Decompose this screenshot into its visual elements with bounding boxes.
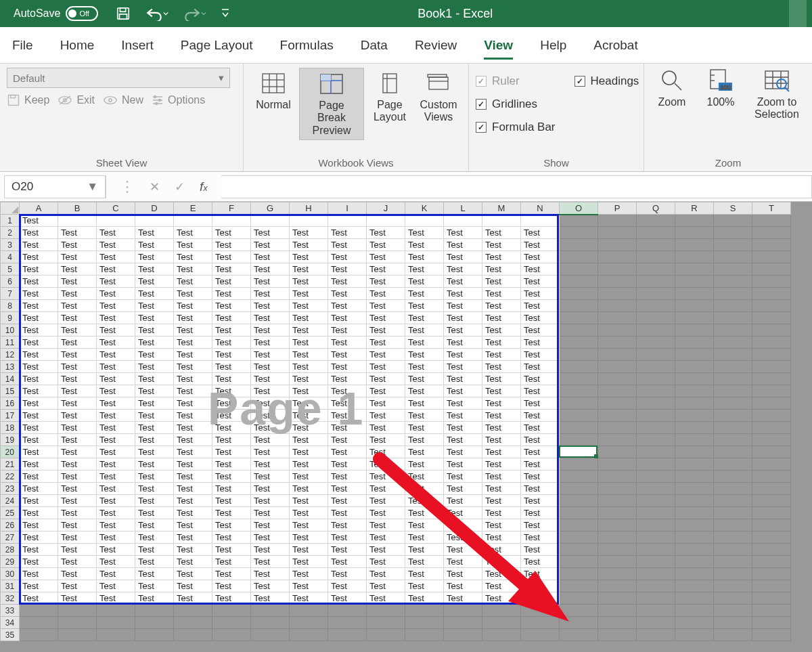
cell[interactable]: Test (97, 422, 135, 434)
cell[interactable]: Test (212, 288, 251, 300)
cell[interactable] (752, 397, 791, 410)
cell[interactable]: Test (482, 568, 521, 580)
cell[interactable] (174, 605, 212, 617)
cell[interactable]: Test (328, 458, 367, 471)
cell[interactable] (598, 531, 637, 544)
cell[interactable]: Test (290, 592, 328, 605)
cell[interactable] (637, 215, 675, 227)
cell[interactable]: Test (97, 592, 135, 605)
cell[interactable]: Test (58, 471, 97, 483)
cell[interactable] (714, 434, 752, 446)
cell[interactable] (560, 446, 598, 458)
cell[interactable] (212, 215, 251, 227)
cell[interactable]: Test (482, 495, 521, 507)
cell[interactable]: Test (367, 592, 405, 605)
cell[interactable] (714, 373, 752, 385)
cell[interactable] (675, 507, 714, 519)
cell[interactable]: Test (251, 507, 290, 519)
cell[interactable] (752, 239, 791, 251)
cell[interactable] (444, 629, 482, 641)
cell[interactable] (752, 580, 791, 592)
cell[interactable]: Test (290, 410, 328, 422)
cell[interactable]: Test (405, 483, 444, 495)
cell[interactable]: Test (521, 227, 560, 239)
cell[interactable] (752, 629, 791, 641)
cell[interactable]: Test (20, 544, 58, 556)
cell[interactable]: Test (290, 556, 328, 568)
cell[interactable]: Test (367, 276, 405, 288)
cell[interactable] (714, 324, 752, 336)
cell[interactable]: Test (20, 519, 58, 531)
cell[interactable]: Test (328, 483, 367, 495)
cell[interactable]: Test (405, 312, 444, 324)
cell[interactable] (714, 397, 752, 410)
cell[interactable]: Test (405, 422, 444, 434)
cell[interactable] (97, 215, 135, 227)
cell[interactable]: Test (251, 263, 290, 276)
cell[interactable]: Test (290, 288, 328, 300)
cell[interactable] (675, 263, 714, 276)
cell[interactable]: Test (521, 336, 560, 349)
cell[interactable]: Test (328, 519, 367, 531)
cell[interactable] (598, 592, 637, 605)
cell[interactable]: Test (521, 373, 560, 385)
cell[interactable]: Test (521, 471, 560, 483)
cell[interactable]: Test (521, 422, 560, 434)
cell[interactable]: Test (58, 276, 97, 288)
col-header-F[interactable]: F (212, 202, 251, 215)
cell[interactable] (521, 617, 560, 629)
cell[interactable]: Test (20, 263, 58, 276)
cell[interactable]: Test (482, 556, 521, 568)
cell[interactable]: Test (212, 410, 251, 422)
cell[interactable]: Test (405, 239, 444, 251)
cell[interactable]: Test (174, 300, 212, 312)
headings-checkbox[interactable]: Headings (574, 74, 639, 88)
cell[interactable]: Test (212, 568, 251, 580)
cell[interactable]: Test (290, 397, 328, 410)
row-header-7[interactable]: 7 (1, 288, 20, 300)
cell[interactable]: Test (444, 410, 482, 422)
cell[interactable]: Test (58, 300, 97, 312)
cell[interactable]: Test (290, 446, 328, 458)
cell[interactable] (752, 471, 791, 483)
cell[interactable] (714, 361, 752, 373)
cell[interactable]: Test (135, 312, 174, 324)
cell[interactable] (598, 629, 637, 641)
cell[interactable]: Test (482, 336, 521, 349)
cell[interactable] (752, 215, 791, 227)
cell[interactable] (328, 215, 367, 227)
cell[interactable]: Test (212, 239, 251, 251)
cell[interactable] (135, 617, 174, 629)
cell[interactable]: Test (444, 251, 482, 263)
cell[interactable] (714, 617, 752, 629)
cell[interactable] (752, 324, 791, 336)
cell[interactable] (752, 263, 791, 276)
cell[interactable] (560, 592, 598, 605)
cell[interactable]: Test (444, 397, 482, 410)
cell[interactable]: Test (521, 239, 560, 251)
cell[interactable]: Test (251, 495, 290, 507)
cell[interactable]: Test (135, 239, 174, 251)
cell[interactable]: Test (174, 276, 212, 288)
cell[interactable] (714, 446, 752, 458)
cell[interactable]: Test (174, 227, 212, 239)
cell[interactable]: Test (367, 531, 405, 544)
cell[interactable] (714, 251, 752, 263)
cell[interactable]: Test (135, 263, 174, 276)
cell[interactable]: Test (212, 324, 251, 336)
cell[interactable]: Test (482, 349, 521, 361)
cell[interactable] (560, 312, 598, 324)
cell[interactable]: Test (444, 446, 482, 458)
cell[interactable] (675, 312, 714, 324)
cell[interactable]: Test (521, 519, 560, 531)
cell[interactable] (637, 471, 675, 483)
cell[interactable]: Test (251, 276, 290, 288)
cell[interactable] (560, 251, 598, 263)
cell[interactable] (598, 336, 637, 349)
formula-input[interactable] (221, 175, 812, 198)
cell[interactable] (637, 519, 675, 531)
cell[interactable]: Test (251, 568, 290, 580)
cell[interactable]: Test (251, 422, 290, 434)
cell[interactable]: Test (97, 251, 135, 263)
page-layout-button[interactable]: PageLayout (367, 68, 413, 127)
